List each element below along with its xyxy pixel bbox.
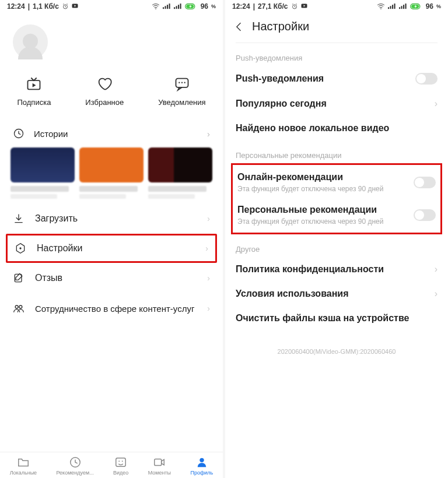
svg-rect-32 — [388, 7, 389, 9]
chevron-right-icon: › — [207, 304, 210, 313]
personal-rec-title: Персональные рекомендации — [237, 205, 414, 215]
chat-icon — [174, 76, 190, 92]
group-other-label: Другое — [225, 234, 448, 257]
terms-title: Условия использования — [236, 289, 435, 299]
download-label: Загрузить — [35, 213, 197, 224]
phone-right-settings: 12:24 | 27,1 Кб/с 96% Настройки Push-уве… — [225, 0, 448, 478]
online-rec-sub: Эта функция будет отключена через 90 дне… — [237, 185, 414, 193]
status-battery: 96 — [201, 2, 208, 10]
svg-point-26 — [122, 461, 123, 462]
settings-label: Настройки — [37, 243, 195, 254]
feedback-row[interactable]: Отзыв › — [0, 263, 223, 293]
signal1-icon — [388, 3, 396, 10]
notifications-label: Уведомления — [158, 98, 205, 107]
download-row[interactable]: Загрузить › — [0, 203, 223, 234]
svg-rect-3 — [163, 7, 164, 9]
svg-point-31 — [380, 8, 382, 9]
favorites-label: Избранное — [85, 98, 124, 107]
hex-settings-icon — [15, 242, 26, 254]
svg-point-17 — [184, 82, 185, 83]
nav-local[interactable]: Локальные — [10, 456, 37, 476]
status-bar: 12:24 | 27,1 Кб/с 96% — [225, 0, 448, 13]
status-rate: 27,1 Кб/с — [258, 2, 288, 10]
chevron-right-icon: › — [435, 99, 438, 109]
privacy-row[interactable]: Политика конфиденциальности › — [225, 257, 448, 282]
push-toggle[interactable] — [415, 73, 438, 85]
group-push-label: Push-уведомления — [225, 43, 448, 66]
feedback-label: Отзыв — [35, 273, 197, 283]
wifi-icon — [152, 3, 160, 10]
settings-header: Настройки — [225, 13, 448, 43]
cache-title: Очистить файлы кэша на устройстве — [236, 313, 438, 324]
chevron-right-icon: › — [207, 129, 210, 139]
signal1-icon — [163, 3, 171, 10]
nav-profile[interactable]: Профиль — [190, 456, 213, 476]
history-thumb[interactable] — [10, 147, 75, 199]
popular-today-row[interactable]: Популярно сегодня › — [225, 92, 448, 116]
profile-actions: Подписка Избранное Уведомления — [0, 76, 223, 107]
online-rec-row[interactable]: Онлайн-рекомендации Эта функция будет от… — [233, 166, 440, 199]
terms-row[interactable]: Условия использования › — [225, 282, 448, 306]
svg-rect-35 — [394, 3, 395, 9]
online-rec-toggle[interactable] — [414, 177, 436, 188]
svg-rect-9 — [178, 5, 179, 9]
subscriptions-button[interactable]: Подписка — [17, 76, 51, 107]
online-rec-title: Онлайн-рекомендации — [237, 172, 414, 182]
avatar[interactable] — [13, 24, 48, 59]
status-battery: 96 — [426, 2, 433, 10]
svg-rect-4 — [164, 6, 166, 9]
svg-point-19 — [19, 247, 21, 249]
status-time: 12:24 — [7, 2, 25, 10]
phone-left-profile: 12:24 | 1,1 Кб/с 96% Подписка Избранное … — [0, 0, 223, 478]
youtube-icon — [301, 3, 308, 9]
svg-point-21 — [15, 305, 18, 308]
heart-icon — [96, 76, 113, 92]
history-thumbnails — [0, 147, 223, 203]
cooperation-row[interactable]: Сотрудничество в сфере контент-услуг › — [0, 293, 223, 324]
folder-icon — [17, 456, 30, 469]
new-local-video-row[interactable]: Найдено новое локальное видео — [225, 116, 448, 140]
notifications-button[interactable]: Уведомления — [158, 76, 205, 107]
personal-rec-row[interactable]: Персональные рекомендации Эта функция бу… — [233, 199, 440, 231]
push-title: Push-уведомления — [236, 73, 415, 84]
nav-recommend[interactable]: Рекомендуем... — [57, 456, 94, 476]
tv-icon — [26, 76, 42, 92]
camera-icon — [153, 456, 166, 469]
svg-point-16 — [181, 82, 183, 83]
personal-rec-toggle[interactable] — [414, 209, 436, 221]
svg-rect-33 — [390, 6, 391, 9]
settings-row[interactable]: Настройки › — [8, 236, 215, 261]
svg-rect-38 — [403, 5, 404, 9]
alarm-icon — [62, 3, 69, 10]
subscriptions-label: Подписка — [17, 98, 51, 107]
history-label: Истории — [34, 129, 198, 139]
svg-rect-27 — [155, 459, 162, 466]
personal-rec-sub: Эта функция будет отключена через 90 дне… — [237, 217, 414, 226]
svg-point-2 — [155, 8, 156, 9]
history-thumb[interactable] — [79, 147, 144, 199]
svg-rect-36 — [399, 7, 400, 9]
back-icon[interactable] — [233, 21, 245, 33]
nav-moments[interactable]: Моменты — [148, 456, 171, 476]
svg-point-15 — [178, 82, 180, 83]
bottom-nav: Локальные Рекомендуем... Видео Моменты П… — [0, 452, 223, 478]
settings-highlight-box: Настройки › — [6, 234, 217, 263]
youtube-icon — [72, 3, 79, 9]
chevron-right-icon: › — [207, 214, 210, 223]
battery-icon — [185, 3, 198, 10]
history-row[interactable]: Истории › — [0, 119, 223, 147]
push-notifications-row[interactable]: Push-уведомления — [225, 66, 448, 92]
nav-video[interactable]: Видео — [113, 456, 128, 476]
svg-rect-37 — [401, 6, 402, 9]
recommendations-highlight-box: Онлайн-рекомендации Эта функция будет от… — [231, 163, 442, 234]
version-text: 2020060400(MiVideo-GMM):2020060460 — [225, 331, 448, 361]
compass-icon — [69, 456, 82, 469]
favorites-button[interactable]: Избранное — [85, 76, 124, 107]
wifi-icon — [377, 3, 385, 10]
edit-icon — [13, 272, 24, 284]
status-rate: 1,1 Кб/с — [33, 2, 59, 10]
svg-rect-5 — [167, 5, 168, 9]
clear-cache-row[interactable]: Очистить файлы кэша на устройстве — [225, 306, 448, 331]
history-thumb[interactable] — [148, 147, 212, 199]
chevron-right-icon: › — [205, 244, 208, 253]
